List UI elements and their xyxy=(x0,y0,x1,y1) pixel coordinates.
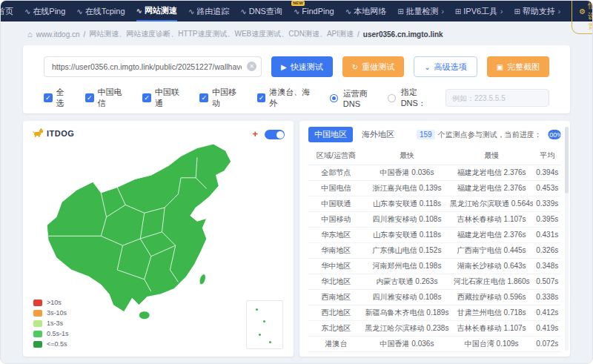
nav-item[interactable]: ⊞ IPV6工具 › xyxy=(455,1,503,21)
inset-island-dot xyxy=(263,320,265,322)
checkbox-label: 全选 xyxy=(56,87,72,109)
clear-input-icon[interactable]: ✕ xyxy=(247,62,256,71)
breadcrumb-site[interactable]: www.itdog.cn xyxy=(36,30,80,39)
redo-test-label: 重做测试 xyxy=(362,62,394,73)
table-row[interactable]: 中国移动 四川雅安移动 0.108s 吉林长春移动 1.107s 0.395s xyxy=(308,211,561,227)
options-row: ✓ 全选 ✓ 中国电信 ✓ 中国联通 ✓ 中国 xyxy=(44,87,549,109)
settings-button[interactable]: ⚙ 习惯设置 xyxy=(572,0,593,34)
table-row[interactable]: 西北地区 新疆乌鲁木齐电信 0.189s 甘肃兰州电信 0.718s 0.412… xyxy=(308,305,561,320)
nav-item[interactable]: ∿ DNS查询 xyxy=(240,1,282,21)
nav-glyph-icon: ∿ xyxy=(345,7,351,16)
breadcrumb-path: 网站测速、网站速度诊断、HTTP速度测试、WEB速度测试、CDN测速、API测速 xyxy=(89,29,354,39)
nav-glyph-icon: ⊞ xyxy=(514,7,520,16)
table-row[interactable]: 华中地区 河南郑州电信 0.198s 湖南长沙移动 0.643s 0.348s xyxy=(308,258,561,274)
cell-slowest: 河北石家庄电信 1.860s xyxy=(450,274,534,289)
region-tab[interactable]: 海外地区 xyxy=(356,127,400,142)
carrier-checkbox[interactable]: ✓ 中国移动 xyxy=(199,87,243,109)
cell-fastest: 山东泰安联通 0.118s xyxy=(364,196,450,211)
nav-item-label: IPV6工具 xyxy=(463,6,497,17)
legend-label: 3s-10s xyxy=(47,309,67,317)
custom-dns-input[interactable] xyxy=(445,89,549,107)
legend-item: 3s-10s xyxy=(33,309,69,317)
nav-item[interactable]: ∿ 本地网络 xyxy=(345,1,386,21)
results-table: 区域/运营商 最快 最慢 平均 全部节点 中国香港 0.036s 福建龙岩电信 … xyxy=(308,148,561,352)
nav-item[interactable]: ∿ 在线Tcping xyxy=(76,1,125,21)
table-row[interactable]: 中国电信 浙江嘉兴电信 0.139s 福建龙岩电信 2.376s 0.453s xyxy=(308,180,561,196)
results-table-header: 区域/运营商 最快 最慢 平均 xyxy=(308,148,561,165)
nav-item[interactable]: ∿ 路由追踪 xyxy=(188,1,229,21)
header-region: 区域/运营商 xyxy=(308,148,364,165)
cell-fastest: 中国香港 0.036s xyxy=(364,336,450,351)
cell-slowest: 中国台湾 0.109s xyxy=(450,336,534,351)
nav-item-label: FindPing xyxy=(302,7,334,16)
carrier-checkbox[interactable]: ✓ 港澳台、海外 xyxy=(257,87,317,109)
carrier-checkbox[interactable]: ✓ 中国联通 xyxy=(142,87,186,109)
table-row[interactable]: 华南地区 广东佛山电信 0.152s 广西南宁电信 0.445s 0.326s xyxy=(308,242,561,258)
monitor-info: 159 个监测点参与测试，当前进度： xyxy=(417,130,542,140)
legend-swatch xyxy=(33,320,42,327)
carrier-checkbox[interactable]: ✓ 中国电信 xyxy=(85,87,129,109)
results-card: 中国地区 海外地区 159 个监测点参与测试，当前进度： 100% xyxy=(299,121,570,357)
map-toggle-switch[interactable] xyxy=(265,130,285,139)
cell-fastest: 四川雅安移动 0.108s xyxy=(364,289,450,305)
nav-glyph-icon: ∿ xyxy=(24,7,30,16)
cell-region: 华东地区 xyxy=(308,227,364,242)
nav-item[interactable]: ∿ 在线Ping xyxy=(24,1,65,21)
table-row[interactable]: 华北地区 内蒙古联通 0.263s 河北石家庄电信 1.860s 0.507s xyxy=(308,274,561,289)
table-row[interactable]: 中国联通 山东泰安联通 0.118s 黑龙江哈尔滨联通 0.564s 0.339… xyxy=(308,196,561,211)
cell-region: 华北地区 xyxy=(308,274,364,289)
custom-dns-radio[interactable] xyxy=(388,94,396,102)
cell-slowest: 广西南宁电信 0.445s xyxy=(450,242,534,258)
nav-glyph-icon: ⊞ xyxy=(397,7,403,16)
legend-label: 1s-3s xyxy=(47,320,63,327)
cell-average: 0.419s xyxy=(533,320,561,336)
nav-item-label: 在线Tcping xyxy=(85,6,125,17)
table-row[interactable]: 东北地区 黑龙江哈尔滨移动 0.238s 吉林长春移动 1.107s 0.419… xyxy=(308,320,561,336)
nav-glyph-icon: ⊞ xyxy=(455,7,461,16)
chevron-right-icon: › xyxy=(558,7,560,16)
custom-dns-label: 指定DNS： xyxy=(401,87,440,109)
table-row[interactable]: 西南地区 四川雅安移动 0.108s 西藏拉萨移动 0.596s 0.338s xyxy=(308,289,561,305)
url-row: ✕ ▶ 快速测试 ↻ 重做测试 ⌄ 高级选项 ▣ 完整截图 xyxy=(44,56,549,77)
table-row[interactable]: 港澳台 中国香港 0.036s 中国台湾 0.109s 0.072s xyxy=(308,336,561,351)
full-screenshot-button[interactable]: ▣ 完整截图 xyxy=(487,56,549,77)
cell-slowest: 黑龙江哈尔滨联通 0.564s xyxy=(450,196,534,211)
cell-region: 中国联通 xyxy=(308,196,364,211)
cell-fastest: 四川雅安移动 0.108s xyxy=(364,211,450,227)
itdog-logo-text: ITDOG xyxy=(47,129,74,138)
scrollbar-thumb[interactable] xyxy=(565,127,569,193)
region-tabs: 中国地区 海外地区 xyxy=(308,127,400,142)
header-average: 平均 xyxy=(533,148,561,165)
chevron-down-icon: ⌄ xyxy=(424,63,430,71)
cell-fastest: 黑龙江哈尔滨移动 0.238s xyxy=(364,320,450,336)
table-row[interactable]: 华东地区 山东泰安联通 0.118s 福建龙岩电信 2.376s 0.431s xyxy=(308,227,561,242)
nav-item[interactable]: ∿ 网站测速 xyxy=(136,1,177,21)
cell-fastest: 浙江嘉兴电信 0.139s xyxy=(364,180,450,196)
cell-fastest: 内蒙古联通 0.263s xyxy=(364,274,450,289)
carrier-dns-radio[interactable] xyxy=(330,94,338,102)
table-row[interactable]: 全部节点 中国香港 0.036s 福建龙岩电信 2.376s 0.394s xyxy=(308,165,561,180)
itdog-logo: ITDOG xyxy=(32,128,74,138)
redo-test-button[interactable]: ↻ 重做测试 xyxy=(342,56,404,77)
nav-item[interactable]: ⊞ 批量检测 › xyxy=(397,1,444,21)
region-tab[interactable]: 中国地区 xyxy=(308,127,353,142)
inset-island-dot xyxy=(256,308,258,311)
advanced-options-button[interactable]: ⌄ 高级选项 xyxy=(414,56,477,77)
map-legend: >10s 3s-10s 1s-3s 0.5s-1s xyxy=(33,299,69,348)
breadcrumb-separator: / xyxy=(84,30,86,39)
nav-item[interactable]: ⊞ 帮助支持 › xyxy=(514,1,560,21)
url-input[interactable] xyxy=(44,56,262,77)
quick-test-button[interactable]: ▶ 快速测试 xyxy=(271,56,333,77)
checkbox-label: 港澳台、海外 xyxy=(269,87,317,109)
carrier-checkbox[interactable]: ✓ 全选 xyxy=(44,87,72,109)
cell-slowest: 吉林长春移动 1.107s xyxy=(450,211,534,227)
nav-item[interactable]: NEW ∿ FindPing xyxy=(294,1,334,21)
test-form-card: ✕ ▶ 快速测试 ↻ 重做测试 ⌄ 高级选项 ▣ 完整截图 xyxy=(23,45,570,113)
gear-icon: ⚙ xyxy=(579,7,586,16)
legend-item: >10s xyxy=(33,299,69,306)
nav-item[interactable]: ⌂ 首页 xyxy=(0,1,13,21)
cell-region: 中国移动 xyxy=(308,211,364,227)
scrollbar[interactable] xyxy=(565,127,569,351)
map-card: ITDOG + xyxy=(23,121,294,357)
progress-fill: 100% xyxy=(548,130,561,139)
